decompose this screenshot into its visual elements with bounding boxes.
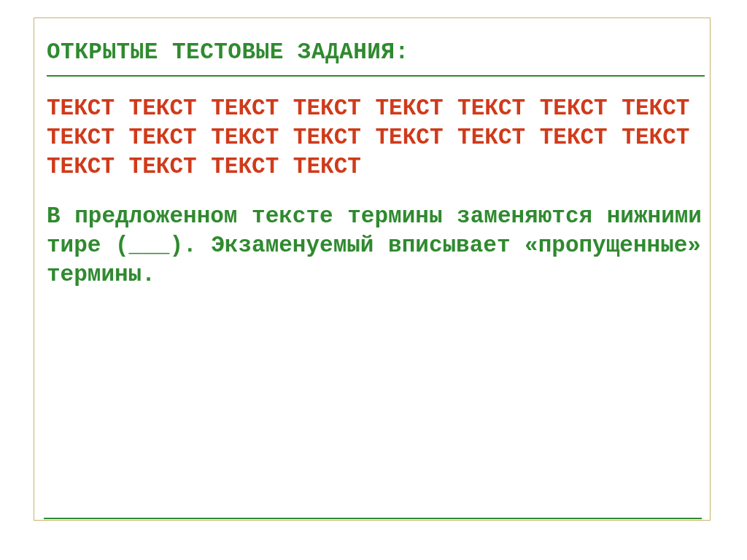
heading-underline (47, 75, 705, 77)
instruction-text: В предложенном тексте термины заменяются… (47, 202, 705, 289)
footer-rule (44, 518, 702, 519)
slide: ОТКРЫТЫЕ ТЕСТОВЫЕ ЗАДАНИЯ: ТЕКСТ ТЕКСТ Т… (0, 0, 747, 560)
slide-heading: ОТКРЫТЫЕ ТЕСТОВЫЕ ЗАДАНИЯ: (47, 39, 711, 65)
sample-text-block: ТЕКСТ ТЕКСТ ТЕКСТ ТЕКСТ ТЕКСТ ТЕКСТ ТЕКС… (47, 94, 705, 182)
slide-body: ТЕКСТ ТЕКСТ ТЕКСТ ТЕКСТ ТЕКСТ ТЕКСТ ТЕКС… (47, 94, 705, 289)
